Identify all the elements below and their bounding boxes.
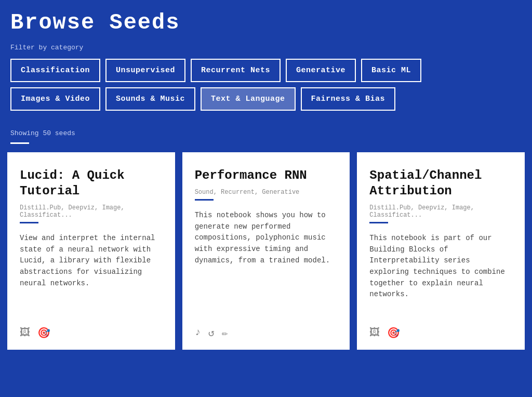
showing-label: Showing 50 seeds	[0, 121, 532, 140]
image-icon-2[interactable]: 🖼	[369, 326, 380, 339]
filter-label: Filter by category	[10, 44, 522, 51]
image-icon[interactable]: 🖼	[20, 326, 30, 339]
refresh-icon[interactable]: ↺	[208, 326, 215, 339]
card-rnn-description: This notebook shows you how to generate …	[195, 210, 338, 311]
card-rnn-icons: ♪ ↺ ✏	[195, 321, 338, 339]
card-rnn-divider	[195, 199, 214, 201]
filter-row-1: Classification Unsupervised Recurrent Ne…	[10, 59, 522, 82]
card-performance-rnn: Performance RNN Sound, Recurrent, Genera…	[182, 152, 350, 350]
cards-container: Lucid: A Quick Tutorial Distill.Pub, Dee…	[0, 144, 532, 358]
card-lucid-title: Lucid: A Quick Tutorial	[20, 168, 163, 199]
card-rnn-tags: Sound, Recurrent, Generative	[195, 189, 338, 196]
target-icon-2[interactable]: 🎯	[387, 326, 400, 339]
music-icon[interactable]: ♪	[195, 326, 201, 339]
filter-btn-fairness-bias[interactable]: Fairness & Bias	[301, 87, 396, 111]
card-lucid-icons: 🖼 🎯	[20, 321, 163, 339]
filter-btn-basic-ml[interactable]: Basic ML	[361, 59, 421, 82]
card-lucid-description: View and interpret the internal state of…	[20, 233, 163, 311]
filter-btn-text-language[interactable]: Text & Language	[201, 87, 296, 111]
page-title: Browse Seeds	[10, 10, 522, 35]
filter-btn-unsupervised[interactable]: Unsupervised	[105, 59, 185, 82]
edit-icon[interactable]: ✏	[222, 326, 228, 339]
card-lucid-tags: Distill.Pub, Deepviz, Image, Classificat…	[20, 204, 163, 219]
card-spatial-channel: Spatial/Channel Attribution Distill.Pub,…	[357, 152, 525, 350]
filter-btn-classification[interactable]: Classification	[10, 59, 100, 82]
filter-btn-generative[interactable]: Generative	[286, 59, 356, 82]
card-spatial-title: Spatial/Channel Attribution	[369, 168, 512, 199]
filter-row-2: Images & Video Sounds & Music Text & Lan…	[10, 87, 522, 111]
card-lucid-divider	[20, 222, 38, 223]
filter-btn-recurrent-nets[interactable]: Recurrent Nets	[191, 59, 281, 82]
card-spatial-description: This notebook is part of our Building Bl…	[369, 233, 512, 311]
card-spatial-tags: Distill.Pub, Deepviz, Image, Classificat…	[369, 204, 512, 219]
card-spatial-icons: 🖼 🎯	[369, 321, 512, 339]
card-rnn-title: Performance RNN	[195, 168, 338, 183]
filter-btn-sounds-music[interactable]: Sounds & Music	[105, 87, 195, 111]
card-spatial-divider	[369, 222, 388, 223]
filter-btn-images-video[interactable]: Images & Video	[10, 87, 100, 111]
target-icon[interactable]: 🎯	[37, 326, 50, 339]
card-lucid: Lucid: A Quick Tutorial Distill.Pub, Dee…	[7, 152, 175, 350]
